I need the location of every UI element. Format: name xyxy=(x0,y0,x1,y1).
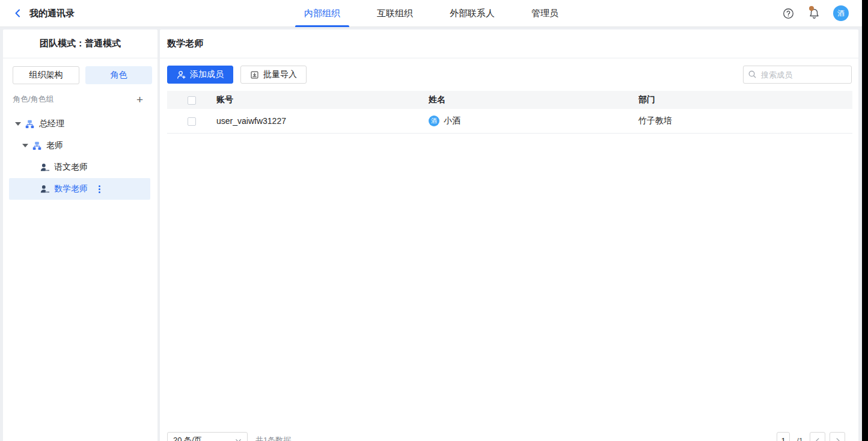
page-size-select[interactable]: 20 条/页 xyxy=(167,432,248,441)
column-header-department: 部门 xyxy=(638,91,852,109)
chevron-right-icon xyxy=(834,437,841,441)
topbar-right: 酒 xyxy=(781,5,868,21)
row-checkbox[interactable] xyxy=(188,117,196,126)
table-header-row: 账号 姓名 部门 xyxy=(167,91,852,109)
total-pages-label: /1 xyxy=(796,436,803,441)
top-tabs: 内部组织 互联组织 外部联系人 管理员 xyxy=(295,0,567,27)
tab-internal-org[interactable]: 内部组织 xyxy=(295,0,349,27)
role-group-section: 角色/角色组 + xyxy=(3,89,157,109)
members-table: 账号 姓名 部门 user_vaiwfw31227 酒 小酒 竹子教培 xyxy=(167,91,852,134)
search-input[interactable] xyxy=(743,66,852,84)
role-group-label: 角色/角色组 xyxy=(13,94,54,105)
org-node-icon xyxy=(32,141,41,150)
caret-down-icon[interactable] xyxy=(22,144,28,147)
person-add-icon xyxy=(177,70,186,79)
next-page-button[interactable] xyxy=(830,432,845,441)
tab-label: 外部联系人 xyxy=(450,8,495,19)
tab-connected-org[interactable]: 互联组织 xyxy=(368,0,422,27)
tree-item-teacher[interactable]: 老师 xyxy=(9,135,150,156)
caret-down-icon[interactable] xyxy=(15,122,21,126)
tree-item-label: 语文老师 xyxy=(54,162,88,173)
add-role-button[interactable]: + xyxy=(136,94,143,105)
notification-dot xyxy=(809,6,814,11)
tab-label: 互联组织 xyxy=(377,8,413,19)
tree-item-label: 老师 xyxy=(46,140,63,151)
batch-import-button[interactable]: 批量导入 xyxy=(240,66,307,84)
role-person-icon xyxy=(40,185,49,194)
topbar: 我的通讯录 内部组织 互联组织 外部联系人 管理员 酒 xyxy=(0,0,868,27)
batch-import-label: 批量导入 xyxy=(263,69,297,80)
more-options-icon[interactable] xyxy=(99,185,100,193)
tab-label: 管理员 xyxy=(531,8,558,19)
user-avatar[interactable]: 酒 xyxy=(833,5,849,21)
main-panel: 数学老师 添加成员 批量导入 账号 xyxy=(160,29,858,441)
page-size-value: 20 条/页 xyxy=(173,435,202,441)
tree-item-label: 总经理 xyxy=(39,119,64,129)
tab-admin[interactable]: 管理员 xyxy=(522,0,567,27)
tab-external-contacts[interactable]: 外部联系人 xyxy=(441,0,504,27)
back-button[interactable] xyxy=(13,8,23,18)
sidebar: 团队模式：普通模式 组织架构 角色 角色/角色组 + 总经理 老师 xyxy=(3,29,157,441)
help-icon xyxy=(783,8,794,19)
member-avatar: 酒 xyxy=(429,116,439,126)
topbar-left: 我的通讯录 xyxy=(0,8,75,19)
toolbar: 添加成员 批量导入 xyxy=(160,58,858,84)
search-box xyxy=(743,66,852,84)
import-icon xyxy=(250,70,259,79)
total-count-label: 共1条数据 xyxy=(255,435,291,441)
chevron-left-icon xyxy=(13,8,23,18)
account-cell: user_vaiwfw31227 xyxy=(216,109,429,134)
name-cell: 酒 小酒 xyxy=(429,109,638,133)
prev-page-button[interactable] xyxy=(810,432,825,441)
role-button[interactable]: 角色 xyxy=(85,66,152,84)
chevron-left-icon xyxy=(815,437,821,441)
tree-item-math-teacher[interactable]: 数学老师 xyxy=(9,178,150,200)
column-header-account: 账号 xyxy=(216,91,429,109)
section-title: 数学老师 xyxy=(160,29,858,58)
select-all-checkbox[interactable] xyxy=(188,96,196,105)
app-root: 我的通讯录 内部组织 互联组织 外部联系人 管理员 酒 团队模式：普通模式 组织… xyxy=(0,0,868,441)
help-button[interactable] xyxy=(781,7,795,20)
add-member-label: 添加成员 xyxy=(190,69,224,80)
tree-item-label: 数学老师 xyxy=(54,183,88,194)
current-page-input[interactable]: 1 xyxy=(777,432,790,441)
org-structure-button[interactable]: 组织架构 xyxy=(13,66,79,84)
chevron-down-icon xyxy=(235,437,242,441)
role-tree: 总经理 老师 语文老师 数学老师 xyxy=(3,113,157,200)
department-cell: 竹子教培 xyxy=(638,109,852,134)
role-person-icon xyxy=(40,163,49,172)
pager: 1 /1 xyxy=(777,432,845,441)
add-member-button[interactable]: 添加成员 xyxy=(167,66,233,84)
pagination-bar: 20 条/页 共1条数据 1 /1 xyxy=(167,431,845,441)
column-header-name: 姓名 xyxy=(429,91,638,109)
member-name: 小酒 xyxy=(444,116,460,126)
tab-label: 内部组织 xyxy=(304,8,340,19)
tree-item-chinese-teacher[interactable]: 语文老师 xyxy=(9,156,150,178)
notifications-button[interactable] xyxy=(807,7,821,20)
org-node-icon xyxy=(25,120,34,129)
right-edge-strip xyxy=(862,0,868,441)
tree-item-general-manager[interactable]: 总经理 xyxy=(9,113,150,135)
sidebar-toggle-group: 组织架构 角色 xyxy=(3,58,157,84)
team-mode-label: 团队模式：普通模式 xyxy=(3,29,157,58)
search-icon xyxy=(748,70,757,81)
page-title: 我的通讯录 xyxy=(29,8,75,19)
table-row[interactable]: user_vaiwfw31227 酒 小酒 竹子教培 xyxy=(167,109,852,134)
